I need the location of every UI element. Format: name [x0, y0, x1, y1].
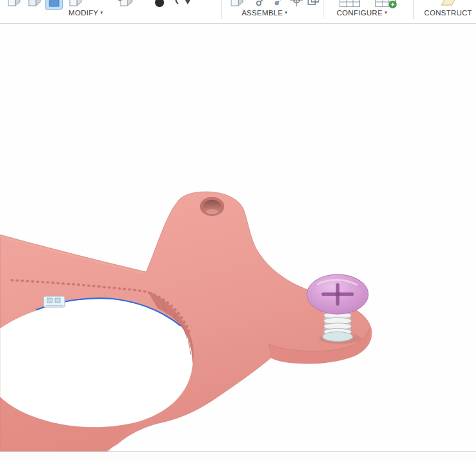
- construction-plane-icon[interactable]: [439, 0, 459, 8]
- toolbar-separator: [324, 0, 324, 19]
- app-window: MODIFY ▾ ASSEMBLE ▾ CONFIGURE ▾ CONSTRUC…: [0, 0, 476, 461]
- fillet-icon[interactable]: [45, 0, 63, 10]
- toolbar-group-construct[interactable]: CONSTRUCT: [424, 9, 474, 17]
- toolbar-group-assemble[interactable]: ASSEMBLE ▾: [242, 9, 288, 17]
- press-pull-icon[interactable]: [5, 0, 22, 8]
- shell-icon[interactable]: [26, 0, 42, 8]
- new-component-icon[interactable]: [228, 0, 245, 8]
- selection-handle[interactable]: [44, 296, 65, 307]
- toolbar-group-label: CONFIGURE: [336, 9, 382, 17]
- combine-icon[interactable]: [67, 0, 83, 8]
- timeline-bar: [0, 451, 476, 461]
- toolbar-group-label: MODIFY: [69, 9, 99, 17]
- toolbar-group-configure[interactable]: CONFIGURE ▾: [336, 9, 387, 17]
- insert-configuration-icon[interactable]: [374, 0, 397, 8]
- as-built-joint-icon[interactable]: [273, 0, 287, 8]
- toolbar-group-label: CONSTRUCT: [424, 9, 472, 17]
- split-body-icon[interactable]: [117, 0, 134, 8]
- change-parameters-icon[interactable]: [174, 0, 191, 8]
- chevron-down-icon: ▾: [285, 10, 288, 15]
- toolbar-separator: [413, 0, 414, 19]
- joint-icon[interactable]: [255, 0, 269, 8]
- scene-svg: [0, 24, 476, 451]
- joint-origin-icon[interactable]: [290, 0, 304, 8]
- toolbar-group-modify[interactable]: MODIFY ▾: [69, 9, 103, 17]
- toolbar-separator: [221, 0, 222, 19]
- clamp-body[interactable]: [0, 192, 372, 451]
- bore-opening: [0, 298, 193, 427]
- chevron-down-icon: ▾: [101, 10, 103, 15]
- chevron-down-icon: ▾: [384, 10, 387, 15]
- screw-base-flange: [323, 332, 353, 342]
- configuration-table-icon[interactable]: [338, 0, 361, 8]
- toolbar: MODIFY ▾ ASSEMBLE ▾ CONFIGURE ▾ CONSTRUC…: [0, 0, 476, 24]
- viewport-3d[interactable]: [0, 24, 476, 451]
- rigid-group-icon[interactable]: [306, 0, 320, 8]
- toolbar-group-label: ASSEMBLE: [242, 9, 283, 17]
- appearance-icon[interactable]: [154, 0, 165, 8]
- lobe-hole[interactable]: [200, 197, 224, 216]
